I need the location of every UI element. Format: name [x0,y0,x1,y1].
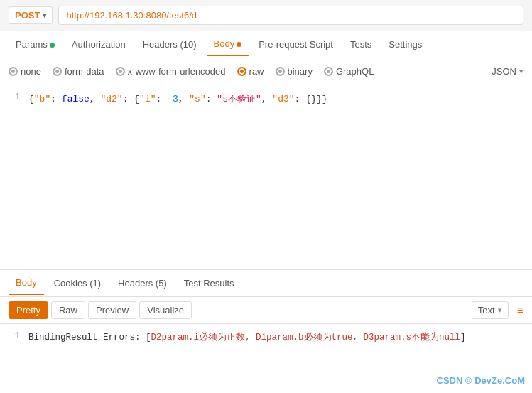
url-input[interactable] [58,6,523,25]
radio-binary [276,67,285,76]
method-chevron: ▾ [43,11,46,19]
wrap-icon[interactable]: ≡ [517,304,523,317]
fmt-raw[interactable]: Raw [51,301,85,319]
fmt-preview[interactable]: Preview [88,301,136,319]
tab-params[interactable]: Params [9,33,62,55]
radio-formdata [53,67,62,76]
body-dot [237,42,241,47]
format-chevron: ▾ [519,67,523,76]
url-bar: POST ▾ [0,0,532,31]
resp-tab-body[interactable]: Body [9,271,44,295]
option-binary[interactable]: binary [276,66,313,77]
option-urlencoded[interactable]: x-www-form-urlencoded [116,66,226,77]
radio-urlencoded [116,67,125,76]
resp-line-number-1: 1 [0,331,28,341]
text-format-chevron: ▾ [498,306,502,315]
response-format-row: Pretty Raw Preview Visualize Text ▾ ≡ [0,297,532,324]
option-formdata[interactable]: form-data [53,66,104,77]
tab-prerequest[interactable]: Pre-request Script [251,33,340,55]
resp-tab-cookies[interactable]: Cookies (1) [47,272,108,294]
method-label: POST [15,10,40,21]
radio-none [9,67,18,76]
format-select[interactable]: JSON ▾ [492,66,523,77]
option-none[interactable]: none [9,66,41,77]
resp-code-1: BindingResult Errors: [D2param.i必须为正数, D… [28,331,466,343]
fmt-pretty[interactable]: Pretty [9,301,48,319]
fmt-visualize[interactable]: Visualize [139,301,192,319]
method-select[interactable]: POST ▾ [9,6,53,24]
code-editor[interactable]: 1 {"b": false, "d2": {"i": -3, "s": "s不验… [0,85,532,270]
code-content-1: {"b": false, "d2": {"i": -3, "s": "s不验证"… [28,92,532,105]
radio-graphql [324,67,333,76]
tab-authorization[interactable]: Authorization [65,33,133,55]
option-raw[interactable]: raw [237,66,264,77]
resp-tab-testresults[interactable]: Test Results [177,272,241,294]
response-tabs: Body Cookies (1) Headers (5) Test Result… [0,270,532,297]
request-tabs: Params Authorization Headers (10) Body P… [0,31,532,58]
tab-headers[interactable]: Headers (10) [136,33,204,55]
code-line-1: 1 {"b": false, "d2": {"i": -3, "s": "s不验… [0,91,532,107]
resp-tab-headers[interactable]: Headers (5) [111,272,174,294]
tab-tests[interactable]: Tests [343,33,379,55]
params-dot [50,43,55,48]
resp-line-1: 1 BindingResult Errors: [D2param.i必须为正数,… [0,330,532,345]
option-graphql[interactable]: GraphQL [324,66,374,77]
line-number-1: 1 [0,92,28,102]
response-body: 1 BindingResult Errors: [D2param.i必须为正数,… [0,324,532,393]
radio-raw [237,67,246,76]
tab-settings[interactable]: Settings [381,33,429,55]
tab-body[interactable]: Body [207,33,249,56]
text-format-select[interactable]: Text ▾ [472,301,509,319]
body-options: none form-data x-www-form-urlencoded raw… [0,58,532,85]
